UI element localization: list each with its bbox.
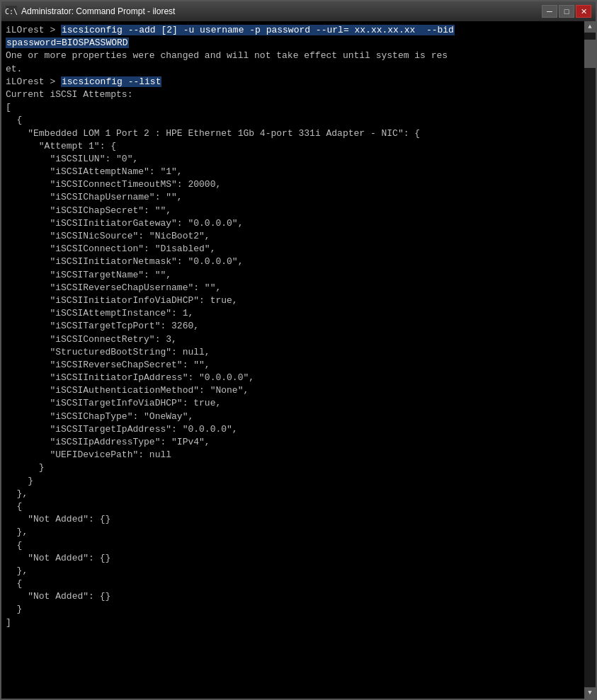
- cmd-icon: C:\: [6, 6, 17, 17]
- scrollbar-up-button[interactable]: ▲: [584, 21, 596, 33]
- minimize-button[interactable]: ─: [542, 5, 557, 18]
- title-bar-left: C:\ Administrator: Command Prompt - ilor…: [6, 6, 175, 17]
- title-bar: C:\ Administrator: Command Prompt - ilor…: [1, 1, 596, 21]
- maximize-button[interactable]: □: [559, 5, 574, 18]
- scrollbar-track[interactable]: [584, 33, 596, 687]
- terminal-content: iLOrest > iscsiconfig --add [2] -u usern…: [6, 24, 591, 629]
- scrollbar-thumb[interactable]: [584, 40, 596, 68]
- window-title: Administrator: Command Prompt - ilorest: [21, 6, 175, 16]
- title-bar-controls: ─ □ ✕: [542, 5, 591, 18]
- terminal-body[interactable]: iLOrest > iscsiconfig --add [2] -u usern…: [1, 21, 596, 699]
- scrollbar[interactable]: ▲ ▼: [584, 21, 596, 699]
- window-frame: C:\ Administrator: Command Prompt - ilor…: [0, 0, 597, 700]
- close-button[interactable]: ✕: [576, 5, 591, 18]
- scrollbar-down-button[interactable]: ▼: [584, 687, 596, 699]
